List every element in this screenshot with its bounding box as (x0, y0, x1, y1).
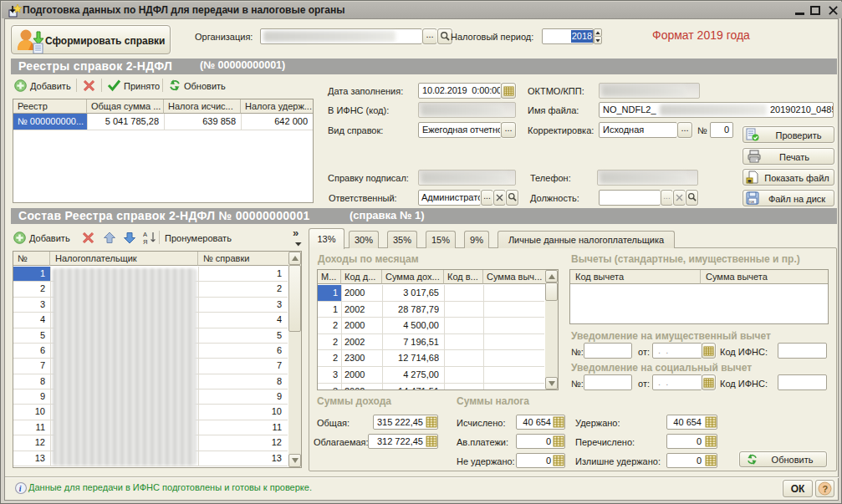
svg-text:?: ? (823, 484, 829, 494)
svg-text:Я: Я (143, 238, 147, 245)
svg-text:»: » (293, 227, 299, 239)
svg-text:А: А (143, 231, 147, 238)
svg-text:гок: гок (749, 200, 754, 204)
svg-text:i: i (19, 484, 22, 493)
